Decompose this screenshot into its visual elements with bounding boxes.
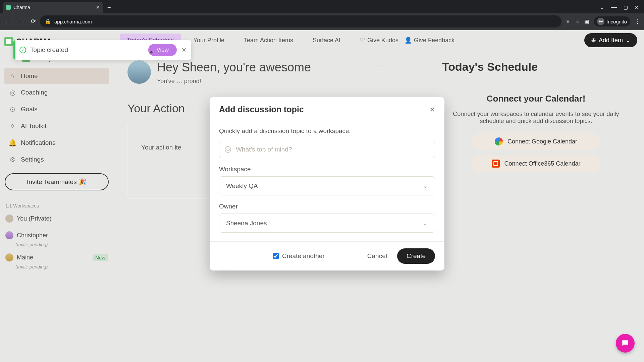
bell-icon: 🔔 xyxy=(9,139,16,147)
nav-label: Goals xyxy=(21,106,38,113)
avatar-icon xyxy=(5,231,13,239)
create-another-checkbox[interactable]: Create another xyxy=(273,252,325,260)
kudos-label: Give Kudos xyxy=(367,37,398,44)
office365-icon xyxy=(492,160,500,168)
favicon-icon xyxy=(6,5,11,10)
chevron-down-icon[interactable]: ⌄ xyxy=(600,5,604,10)
incognito-chip[interactable]: 🕶 Incognito xyxy=(594,16,630,26)
connect-calendar-title: Connect your Calendar! xyxy=(442,94,630,104)
panel-icon[interactable]: ▣ xyxy=(584,18,589,24)
minimize-button[interactable]: — xyxy=(611,4,617,11)
connect-office365-button[interactable]: Connect Office365 Calendar xyxy=(472,155,600,172)
workspace-value: Weekly QA xyxy=(226,182,258,190)
create-button[interactable]: Create xyxy=(397,248,435,264)
menu-icon[interactable]: ⋮ xyxy=(635,18,640,24)
invite-teammates-button[interactable]: Invite Teammates 🎉 xyxy=(5,173,109,190)
connect-calendar-body: Connect your workspaces to calendar even… xyxy=(442,111,630,125)
new-badge: New xyxy=(93,254,108,261)
home-icon: ⌂ xyxy=(9,72,16,80)
chat-icon xyxy=(621,339,630,348)
compass-icon: ◎ xyxy=(9,88,16,97)
eye-off-icon[interactable]: 👁 xyxy=(566,19,571,24)
owner-select[interactable]: Sheena Jones ⌄ xyxy=(219,214,435,233)
bookmark-icon[interactable]: ☆ xyxy=(575,18,580,24)
incognito-icon: 🕶 xyxy=(597,18,604,25)
tab-your-profile[interactable]: Your Profile xyxy=(187,34,231,47)
logo-icon xyxy=(4,37,13,46)
topic-input-wrapper[interactable] xyxy=(219,141,435,158)
add-item-button[interactable]: ⊕ Add Item ⌄ xyxy=(584,33,637,47)
close-window-button[interactable]: ✕ xyxy=(635,5,639,10)
gear-icon: ⚙ xyxy=(9,156,16,164)
tab-surface-ai[interactable]: Surface AI xyxy=(306,34,347,47)
hero-title: Hey Sheen, you're awesome xyxy=(157,60,311,74)
nav-coaching[interactable]: ◎ Coaching xyxy=(4,84,109,101)
close-modal-icon[interactable]: ✕ xyxy=(429,106,435,114)
hero-subtitle: You've … proud! xyxy=(157,78,311,85)
nav-label: Settings xyxy=(21,156,44,163)
nav-label: AI Toolkit xyxy=(21,122,47,130)
chevron-down-icon: ⌄ xyxy=(423,182,428,190)
workspace-sub: (Invite pending) xyxy=(15,264,109,269)
back-button[interactable]: ← xyxy=(4,18,11,25)
address-bar[interactable]: 🔒 app.charma.com xyxy=(40,15,561,27)
nav-label: Home xyxy=(21,72,38,80)
avatar-icon xyxy=(5,215,13,223)
tab-title: Charma xyxy=(13,5,93,10)
create-another-input[interactable] xyxy=(273,253,279,259)
browser-tab[interactable]: Charma ✕ xyxy=(3,2,103,13)
cancel-button[interactable]: Cancel xyxy=(367,252,387,260)
heart-icon: ♡ xyxy=(360,37,365,44)
nav-ai-toolkit[interactable]: ✧ AI Toolkit xyxy=(4,118,109,134)
workspace-item-maine[interactable]: Maine New (Invite pending) xyxy=(4,251,109,269)
modal-title: Add discussion topic xyxy=(219,105,304,114)
google-icon xyxy=(495,137,503,145)
toast-accent xyxy=(13,40,15,60)
lock-icon: 🔒 xyxy=(45,18,51,24)
reload-button[interactable]: ⟳ xyxy=(31,18,36,25)
rc-title: Today's Schedule xyxy=(442,60,630,73)
workspace-select[interactable]: Weekly QA ⌄ xyxy=(219,176,435,195)
create-another-label: Create another xyxy=(282,252,325,260)
owner-value: Sheena Jones xyxy=(226,220,267,227)
toast-close-icon[interactable]: ✕ xyxy=(181,46,186,54)
connect-google-button[interactable]: Connect Google Calendar xyxy=(472,133,600,150)
workspaces-section-title: 1:1 Workspaces xyxy=(5,203,108,208)
workspace-name: Christopher xyxy=(17,232,48,239)
workspace-item-christopher[interactable]: Christopher (Invite pending) xyxy=(4,229,109,247)
collapse-icon[interactable]: — xyxy=(378,60,386,69)
workspace-name: You (Private) xyxy=(17,215,51,222)
new-tab-button[interactable]: + xyxy=(107,4,111,13)
tab-team-action-items[interactable]: Team Action Items xyxy=(237,34,300,47)
give-kudos-button[interactable]: ♡ Give Kudos xyxy=(360,37,398,44)
nav-notifications[interactable]: 🔔 Notifications xyxy=(4,134,109,151)
chevron-down-icon: ⌄ xyxy=(626,37,631,44)
person-icon: 👤 xyxy=(405,37,412,44)
google-btn-label: Connect Google Calendar xyxy=(507,138,577,145)
ai-icon: ✧ xyxy=(9,122,16,130)
toast-success: ✓ Topic created View ✕ xyxy=(13,40,191,60)
top-nav: Today's Schedule Your Profile Team Actio… xyxy=(113,30,644,50)
forward-button[interactable]: → xyxy=(17,18,24,25)
check-circle-icon: ✓ xyxy=(19,47,26,53)
maximize-button[interactable]: ▢ xyxy=(624,5,628,10)
nav-settings[interactable]: ⚙ Settings xyxy=(4,151,109,168)
nav-goals[interactable]: ⊙ Goals xyxy=(4,101,109,118)
toast-message: Topic created xyxy=(30,46,148,54)
nav-label: Notifications xyxy=(21,139,56,146)
office-btn-label: Connect Office365 Calendar xyxy=(504,160,581,167)
workspace-item-you[interactable]: You (Private) xyxy=(4,212,109,225)
right-column: Today's Schedule Connect your Calendar! … xyxy=(442,60,630,177)
check-circle-icon xyxy=(225,146,231,153)
avatar-icon xyxy=(5,253,13,261)
sidebar: CHARMA ⇤ ✦ 13 days left ⌂ Home ◎ Coachin… xyxy=(0,30,113,362)
topic-input[interactable] xyxy=(236,146,429,153)
nav-home[interactable]: ⌂ Home xyxy=(4,68,109,84)
chat-fab[interactable] xyxy=(616,334,635,353)
chevron-down-icon: ⌄ xyxy=(423,219,428,227)
target-icon: ⊙ xyxy=(9,105,16,113)
plus-circle-icon: ⊕ xyxy=(591,37,596,44)
close-tab-icon[interactable]: ✕ xyxy=(96,5,100,10)
nav-label: Coaching xyxy=(21,89,48,96)
give-feedback-button[interactable]: 👤 Give Feedback xyxy=(405,37,454,44)
